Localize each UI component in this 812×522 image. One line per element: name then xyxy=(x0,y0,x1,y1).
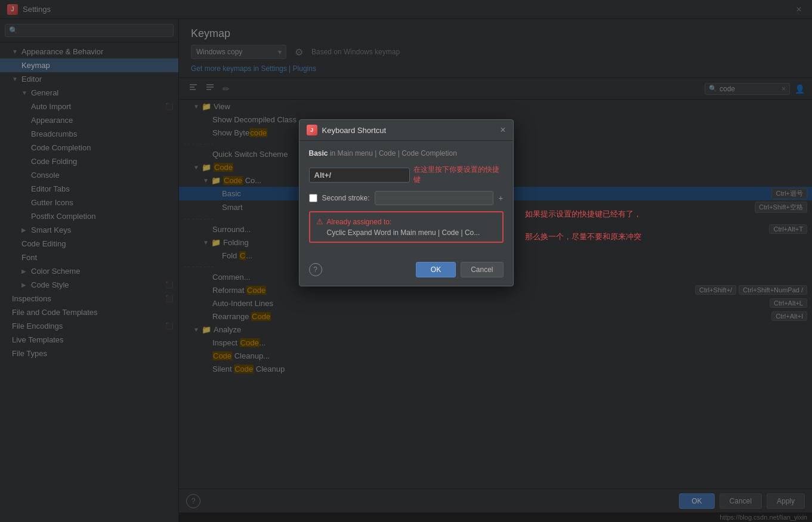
dialog-body: Basic in Main menu | Code | Code Complet… xyxy=(300,141,513,257)
dialog-app-icon: J xyxy=(307,125,317,135)
warning-title: ⚠ Already assigned to: xyxy=(316,217,496,226)
dialog-close-button[interactable]: × xyxy=(500,125,505,135)
second-stroke-input[interactable] xyxy=(375,191,494,205)
second-stroke-row: Second stroke: + xyxy=(309,191,504,205)
shortcut-hint-text: 在这里按下你要设置的快捷键 xyxy=(413,165,504,185)
warning-body: Cyclic Expand Word in Main menu | Code |… xyxy=(316,228,496,237)
annotation-container: 如果提示设置的快捷键已经有了， 那么换一个，尽量不要和原来冲突 xyxy=(525,209,641,230)
shortcut-input-row: Alt+/ 在这里按下你要设置的快捷键 xyxy=(309,165,504,185)
dialog-help-button[interactable]: ? xyxy=(309,263,322,276)
dialog-cancel-button[interactable]: Cancel xyxy=(461,262,503,277)
main-window: J Settings × 🔍 ▼ Appearance & Behavior xyxy=(0,0,812,522)
dialog-footer: ? OK Cancel xyxy=(300,257,513,286)
warning-box: ⚠ Already assigned to: Cyclic Expand Wor… xyxy=(309,211,504,243)
dialog-ok-button[interactable]: OK xyxy=(416,262,456,277)
keyboard-shortcut-dialog: J Keyboard Shortcut × Basic in Main menu… xyxy=(299,119,514,286)
dialog-title-bar: J Keyboard Shortcut × xyxy=(300,120,513,141)
dialog-overlay: J Keyboard Shortcut × Basic in Main menu… xyxy=(0,0,812,522)
annotation-line2: 那么换一个，尽量不要和原来冲突 xyxy=(525,231,641,242)
warning-icon: ⚠ xyxy=(316,217,323,226)
dialog-breadcrumb: Basic in Main menu | Code | Code Complet… xyxy=(309,149,504,157)
annotation-line1: 如果提示设置的快捷键已经有了， xyxy=(525,209,641,220)
shortcut-input-display[interactable]: Alt+/ xyxy=(309,168,410,183)
second-stroke-checkbox[interactable] xyxy=(309,194,317,202)
second-stroke-label: Second stroke: xyxy=(322,194,370,202)
dialog-title: Keyboard Shortcut xyxy=(322,126,496,135)
add-icon: + xyxy=(498,193,503,203)
